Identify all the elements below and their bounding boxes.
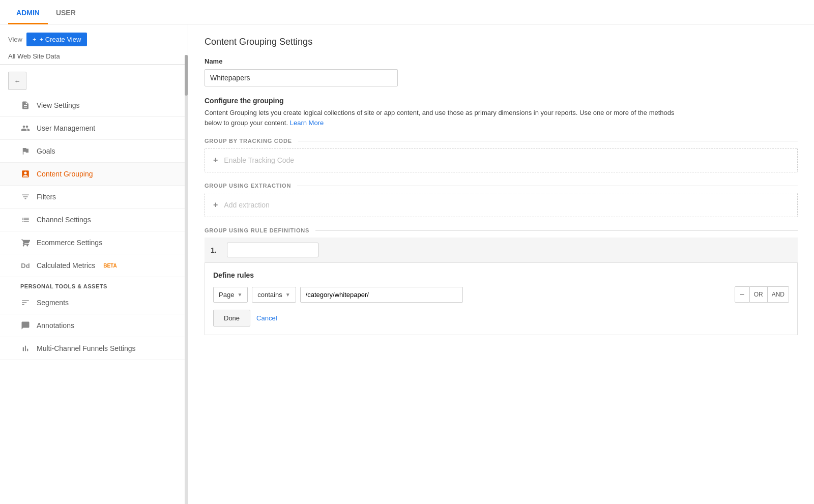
filter-icon (20, 192, 31, 202)
sidebar-item-label: Annotations (37, 321, 74, 330)
sidebar-item-calculated-metrics[interactable]: Dd Calculated Metrics BETA (0, 254, 188, 277)
sidebar-view-row: View + + Create View (0, 28, 188, 50)
document-icon (20, 100, 31, 110)
sidebar-item-label: User Management (37, 124, 95, 132)
group-section-header: GROUP USING RULE DEFINITIONS (205, 227, 798, 233)
action-buttons: Done Cancel (213, 310, 789, 327)
sidebar-item-goals[interactable]: Goals (0, 140, 188, 163)
rule-value-input[interactable] (300, 287, 463, 303)
plus-icon: + (213, 156, 218, 165)
sidebar-item-segments[interactable]: Segments (0, 291, 188, 314)
configure-label: Configure the grouping (205, 97, 798, 105)
name-input[interactable] (205, 69, 398, 86)
extraction-placeholder: Add extraction (224, 201, 270, 209)
sidebar-item-label: Filters (37, 193, 56, 201)
top-navigation: ADMIN USER (0, 0, 814, 24)
sidebar-item-label: Goals (37, 147, 55, 155)
group-section-title: GROUP USING EXTRACTION (205, 183, 291, 189)
sidebar-item-view-settings[interactable]: View Settings (0, 94, 188, 117)
sidebar-item-content-grouping[interactable]: Content Grouping (0, 163, 188, 186)
sidebar-item-user-management[interactable]: User Management (0, 117, 188, 140)
cancel-button[interactable]: Cancel (256, 314, 277, 322)
define-rules-title: Define rules (213, 271, 789, 279)
enable-tracking-code-box[interactable]: + Enable Tracking Code (205, 148, 798, 172)
tracking-code-placeholder: Enable Tracking Code (224, 156, 294, 164)
tab-admin[interactable]: ADMIN (8, 3, 48, 24)
sidebar-item-label: Channel Settings (37, 216, 91, 224)
group-tracking-code-section: GROUP BY TRACKING CODE + Enable Tracking… (205, 138, 798, 172)
sidebar-scrollbar[interactable] (185, 55, 188, 504)
group-section-header: GROUP BY TRACKING CODE (205, 138, 798, 144)
plus-icon: + (33, 36, 37, 43)
group-section-title: GROUP USING RULE DEFINITIONS (205, 227, 309, 233)
flag-icon (20, 146, 31, 156)
back-arrow-icon: ← (14, 77, 21, 85)
current-view-name: All Web Site Data (0, 50, 188, 65)
page-title: Content Grouping Settings (205, 37, 798, 47)
and-button[interactable]: AND (768, 286, 789, 303)
sidebar-item-label: Calculated Metrics (37, 261, 95, 270)
rule-def-number-row: 1. (205, 238, 798, 262)
beta-badge: BETA (103, 263, 117, 269)
dd-icon: Dd (20, 260, 31, 271)
main-layout: View + + Create View All Web Site Data ←… (0, 24, 814, 504)
name-label: Name (205, 57, 798, 65)
configure-desc: Content Grouping lets you create logical… (205, 108, 693, 128)
define-rules-section: Define rules Page ▼ contains ▼ − (205, 262, 798, 335)
chevron-down-icon: ▼ (285, 292, 290, 298)
content-area: Content Grouping Settings Name Configure… (188, 24, 814, 504)
group-section-title: GROUP BY TRACKING CODE (205, 138, 292, 144)
group-section-divider (297, 186, 798, 186)
sidebar-item-label: View Settings (37, 101, 80, 109)
create-view-label: + Create View (39, 36, 81, 43)
sidebar: View + + Create View All Web Site Data ←… (0, 24, 188, 504)
channel-icon (20, 215, 31, 225)
group-section-divider (315, 230, 798, 231)
contains-dropdown[interactable]: contains ▼ (252, 287, 296, 303)
content-grouping-icon (20, 169, 31, 179)
rule-definition-row: 1. Define rules Page ▼ contains ▼ (205, 238, 798, 335)
create-view-button[interactable]: + + Create View (26, 33, 87, 46)
done-button[interactable]: Done (213, 310, 250, 327)
view-label: View (8, 36, 22, 43)
or-button[interactable]: OR (750, 286, 768, 303)
page-dropdown[interactable]: Page ▼ (213, 287, 248, 303)
annotations-icon (20, 320, 31, 331)
group-section-header: GROUP USING EXTRACTION (205, 183, 798, 189)
rule-actions: − OR AND (735, 286, 789, 303)
contains-dropdown-label: contains (257, 291, 282, 299)
sidebar-item-channel-settings[interactable]: Channel Settings (0, 209, 188, 231)
rule-row: Page ▼ contains ▼ − OR AND (213, 286, 789, 303)
sidebar-item-annotations[interactable]: Annotations (0, 314, 188, 337)
rule-def-number: 1. (211, 246, 221, 254)
page-dropdown-label: Page (219, 291, 234, 299)
personal-tools-header: PERSONAL TOOLS & ASSETS (0, 277, 188, 291)
sidebar-item-label: Content Grouping (37, 170, 93, 178)
sidebar-scroll-thumb (185, 55, 188, 96)
sidebar-item-label: Ecommerce Settings (37, 239, 102, 247)
learn-more-link[interactable]: Learn More (290, 119, 324, 127)
sidebar-item-label: Segments (37, 299, 69, 307)
segments-icon (20, 298, 31, 308)
chevron-down-icon: ▼ (237, 292, 242, 298)
rule-def-name-input[interactable] (227, 243, 318, 257)
sidebar-item-multi-channel[interactable]: Multi-Channel Funnels Settings (0, 337, 188, 360)
group-extraction-section: GROUP USING EXTRACTION + Add extraction (205, 183, 798, 217)
sidebar-item-ecommerce-settings[interactable]: Ecommerce Settings (0, 231, 188, 254)
tab-user[interactable]: USER (48, 3, 84, 24)
group-section-divider (298, 141, 798, 141)
add-extraction-box[interactable]: + Add extraction (205, 193, 798, 217)
sidebar-item-filters[interactable]: Filters (0, 186, 188, 209)
bar-chart-icon (20, 343, 31, 353)
users-icon (20, 123, 31, 133)
back-arrow-button[interactable]: ← (8, 72, 26, 90)
group-rule-definitions-section: GROUP USING RULE DEFINITIONS 1. Define r… (205, 227, 798, 335)
plus-icon: + (213, 200, 218, 210)
sidebar-item-label: Multi-Channel Funnels Settings (37, 344, 136, 352)
minus-button[interactable]: − (735, 286, 750, 303)
cart-icon (20, 238, 31, 248)
